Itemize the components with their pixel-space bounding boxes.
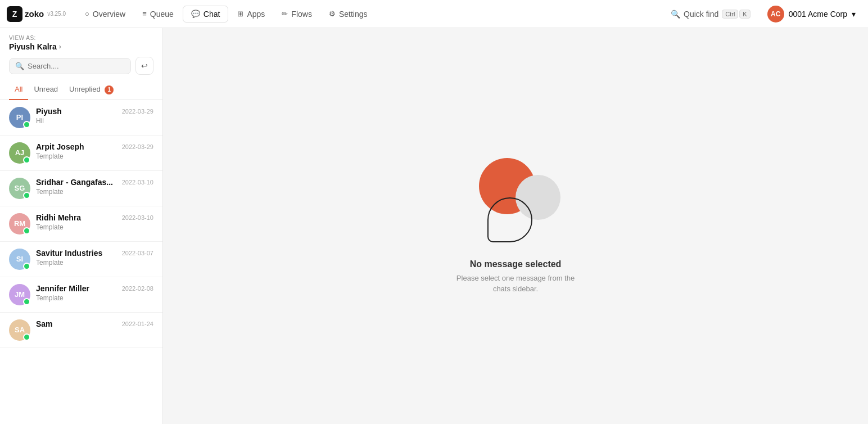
queue-icon: ≡ xyxy=(142,10,147,18)
chat-date: 2022-02-08 xyxy=(122,285,153,292)
logo-version: v3.25.0 xyxy=(47,11,66,17)
account-avatar: AC xyxy=(767,6,784,22)
chat-list: PI Piyush 2022-03-29 Hii AJ Arpit Joseph… xyxy=(0,100,162,425)
nav-item-apps[interactable]: ⊞ Apps xyxy=(229,6,273,22)
tab-unreplied[interactable]: Unreplied 1 xyxy=(64,80,119,100)
view-as-user[interactable]: Piyush Kalra › xyxy=(9,42,153,51)
chat-item[interactable]: PI Piyush 2022-03-29 Hii xyxy=(0,100,162,136)
sidebar: VIEW AS: Piyush Kalra › 🔍 ↩ All Unread xyxy=(0,28,163,424)
view-as-username: Piyush Kalra xyxy=(9,42,57,51)
chat-content: Arpit Joseph 2022-03-29 Template xyxy=(36,142,153,160)
chat-preview: Template xyxy=(36,223,153,231)
account-name: 0001 Acme Corp xyxy=(789,10,847,19)
empty-state-subtitle: Please select one message from thechats … xyxy=(456,273,575,295)
nav-item-overview[interactable]: ○ Overview xyxy=(77,6,133,22)
chat-date: 2022-03-10 xyxy=(122,214,153,221)
chat-date: 2022-03-29 xyxy=(122,143,153,150)
tab-unread[interactable]: Unread xyxy=(28,80,64,100)
chat-content: Piyush 2022-03-29 Hii xyxy=(36,107,153,125)
nav-label-apps: Apps xyxy=(247,10,265,19)
flows-icon: ✏ xyxy=(282,10,288,18)
logo: Z zoko v3.25.0 xyxy=(7,6,66,22)
chat-name: Jennifer Miller xyxy=(36,284,89,293)
avatar: RM xyxy=(9,213,30,234)
quick-find-label: Quick find xyxy=(684,10,718,19)
chat-item[interactable]: SG Sridhar - Gangafas... 2022-03-10 Temp… xyxy=(0,171,162,206)
avatar: JM xyxy=(9,284,30,305)
keyboard-shortcut: Ctrl K xyxy=(722,10,750,19)
nav-items: ○ Overview ≡ Queue 💬 Chat ⊞ Apps ✏ Flows… xyxy=(77,6,666,22)
chat-item[interactable]: JM Jennifer Miller 2022-02-08 Template xyxy=(0,277,162,313)
nav-label-flows: Flows xyxy=(291,10,312,19)
nav-item-settings[interactable]: ⚙ Settings xyxy=(321,6,376,22)
chat-content: Jennifer Miller 2022-02-08 Template xyxy=(36,284,153,302)
chat-name: Arpit Joseph xyxy=(36,142,84,151)
nav-item-chat[interactable]: 💬 Chat xyxy=(183,6,229,22)
chat-preview: Template xyxy=(36,152,153,160)
nav-label-overview: Overview xyxy=(93,10,125,19)
avatar: AJ xyxy=(9,142,30,164)
whatsapp-dot xyxy=(23,121,30,128)
avatar: SI xyxy=(9,249,30,270)
tab-all[interactable]: All xyxy=(9,80,28,100)
view-as-label: VIEW AS: xyxy=(9,35,153,41)
nav-item-queue[interactable]: ≡ Queue xyxy=(134,6,182,22)
k-key: K xyxy=(739,10,750,19)
nav-item-flows[interactable]: ✏ Flows xyxy=(274,6,320,22)
nav-label-settings: Settings xyxy=(339,10,368,19)
chat-name: Piyush xyxy=(36,107,62,116)
avatar: PI xyxy=(9,107,30,128)
chat-item[interactable]: SA Sam 2022-01-24 xyxy=(0,313,162,348)
chat-preview: Template xyxy=(36,188,153,196)
top-navigation: Z zoko v3.25.0 ○ Overview ≡ Queue 💬 Chat… xyxy=(0,0,868,28)
chat-name: Sridhar - Gangafas... xyxy=(36,178,113,187)
chat-item[interactable]: SI Savitur Industries 2022-03-07 Templat… xyxy=(0,242,162,277)
whatsapp-dot xyxy=(23,192,30,199)
tabs: All Unread Unreplied 1 xyxy=(0,80,162,100)
avatar: SG xyxy=(9,178,30,199)
chat-illustration xyxy=(471,158,560,248)
chat-name: Ridhi Mehra xyxy=(36,213,81,222)
chat-date: 2022-01-24 xyxy=(122,321,153,327)
logo-icon: Z xyxy=(7,6,22,22)
unreplied-badge: 1 xyxy=(105,85,114,94)
chat-content: Ridhi Mehra 2022-03-10 Template xyxy=(36,213,153,231)
chat-preview: Template xyxy=(36,294,153,302)
chat-icon: 💬 xyxy=(191,10,200,18)
chat-content: Sridhar - Gangafas... 2022-03-10 Templat… xyxy=(36,178,153,196)
search-row: 🔍 ↩ xyxy=(9,57,153,75)
chat-item[interactable]: RM Ridhi Mehra 2022-03-10 Template xyxy=(0,206,162,242)
whatsapp-dot xyxy=(23,298,30,305)
apps-icon: ⊞ xyxy=(237,10,243,18)
search-input[interactable] xyxy=(28,62,125,70)
search-box[interactable]: 🔍 xyxy=(9,58,131,74)
search-icon: 🔍 xyxy=(15,62,24,70)
overview-icon: ○ xyxy=(85,10,89,18)
account-button[interactable]: AC 0001 Acme Corp ▾ xyxy=(762,3,861,25)
main-content: VIEW AS: Piyush Kalra › 🔍 ↩ All Unread xyxy=(0,28,868,424)
empty-state: No message selected Please select one me… xyxy=(163,28,868,424)
avatar: SA xyxy=(9,319,30,341)
chat-item[interactable]: AJ Arpit Joseph 2022-03-29 Template xyxy=(0,136,162,171)
nav-label-queue: Queue xyxy=(150,10,174,19)
chat-date: 2022-03-29 xyxy=(122,108,153,115)
whatsapp-dot xyxy=(23,227,30,234)
chat-preview: Hii xyxy=(36,117,153,125)
search-icon: 🔍 xyxy=(671,10,680,19)
nav-right: 🔍 Quick find Ctrl K AC 0001 Acme Corp ▾ xyxy=(666,3,861,25)
logo-name: zoko xyxy=(25,9,44,19)
empty-state-title: No message selected xyxy=(470,259,562,269)
compose-button[interactable]: ↩ xyxy=(135,57,153,75)
quick-find-button[interactable]: 🔍 Quick find Ctrl K xyxy=(666,7,755,21)
chat-content: Sam 2022-01-24 xyxy=(36,319,153,330)
ctrl-key: Ctrl xyxy=(722,10,738,19)
bubble-outline xyxy=(487,197,532,242)
chat-date: 2022-03-07 xyxy=(122,250,153,256)
whatsapp-dot xyxy=(23,263,30,270)
whatsapp-dot xyxy=(23,333,30,341)
chat-date: 2022-03-10 xyxy=(122,179,153,186)
compose-icon: ↩ xyxy=(141,61,148,70)
chat-name: Savitur Industries xyxy=(36,249,102,258)
whatsapp-dot xyxy=(23,156,30,164)
chat-preview: Template xyxy=(36,259,153,267)
